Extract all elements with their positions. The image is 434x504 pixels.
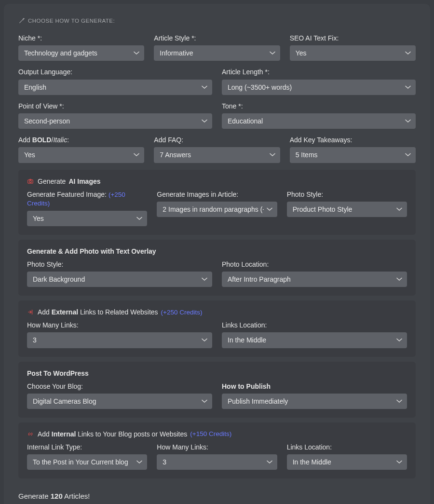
faq-select[interactable]: 7 Answers: [154, 147, 280, 163]
output-language-select[interactable]: English: [18, 80, 212, 95]
choose-blog-select[interactable]: Digital Cameras Blog: [27, 394, 212, 409]
internal-location-select[interactable]: In the Middle: [287, 454, 407, 470]
bold-italic-label: Add BOLD/Italic:: [18, 136, 144, 144]
seo-fix-select[interactable]: Yes: [290, 45, 416, 61]
featured-image-select[interactable]: Yes: [27, 211, 147, 226]
ai-photo-style-label: Photo Style:: [287, 190, 407, 199]
link-icon: [27, 431, 34, 437]
seo-fix-label: SEO AI Text Fix:: [290, 34, 416, 42]
camera-icon: [27, 178, 34, 185]
bold-italic-select[interactable]: Yes: [18, 147, 144, 163]
section-heading: CHOOSE HOW TO GENERATE:: [18, 17, 416, 24]
overlay-location-label: Photo Location:: [222, 260, 407, 269]
internal-links-heading: Add Internal Links to Your Blog posts or…: [27, 430, 407, 438]
ai-photo-style-select[interactable]: Product Photo Style: [287, 202, 407, 217]
internal-how-many-select[interactable]: 3: [157, 454, 277, 470]
external-links-subpanel: Add External Links to Related Websites (…: [18, 300, 416, 356]
internal-how-many-label: How Many Links:: [157, 443, 277, 451]
external-location-select[interactable]: In the Middle: [222, 332, 407, 348]
key-takeaways-label: Add Key Takeaways:: [290, 136, 416, 144]
how-to-publish-select[interactable]: Publish Immediately: [222, 394, 407, 409]
wordpress-heading: Post To WordPress: [27, 369, 407, 377]
row-niche-style-seo: Niche *: Technology and gadgets Article …: [18, 34, 416, 61]
generator-panel: CHOOSE HOW TO GENERATE: Niche *: Technol…: [4, 4, 430, 504]
external-links-credits: (+250 Credits): [161, 309, 203, 316]
external-how-many-select[interactable]: 3: [27, 332, 212, 348]
svg-point-1: [29, 180, 31, 182]
internal-location-label: Links Location:: [287, 443, 407, 451]
wordpress-subpanel: Post To WordPress Choose Your Blog: Digi…: [18, 362, 416, 418]
overlay-location-select[interactable]: After Intro Paragraph: [222, 272, 407, 287]
ai-images-heading: Generate AI Images: [27, 177, 407, 185]
tone-select[interactable]: Educational: [222, 113, 416, 129]
faq-label: Add FAQ:: [154, 136, 280, 144]
text-overlay-subpanel: Generate & Add Photo with Text Overlay P…: [18, 240, 416, 296]
external-links-heading: Add External Links to Related Websites (…: [27, 308, 407, 316]
row-pov-tone: Point of View *: Second-person Tone *: E…: [18, 102, 416, 129]
ai-images-subpanel: Generate AI Images Generate Featured Ima…: [18, 170, 416, 235]
overlay-photo-style-label: Photo Style:: [27, 260, 212, 269]
external-how-many-label: How Many Links:: [27, 321, 212, 329]
row-bold-faq-takeaways: Add BOLD/Italic: Yes Add FAQ: 7 Answers …: [18, 136, 416, 163]
key-takeaways-select[interactable]: 5 Items: [290, 147, 416, 163]
internal-links-credits: (+150 Credits): [190, 430, 231, 437]
tone-label: Tone *:: [222, 102, 416, 110]
internal-link-type-label: Internal Link Type:: [27, 443, 147, 451]
external-link-icon: [27, 309, 34, 315]
how-to-publish-label: How to Publish: [222, 382, 407, 391]
row-lang-length: Output Language: English Article Length …: [18, 68, 416, 95]
pov-label: Point of View *:: [18, 102, 212, 110]
article-length-select[interactable]: Long (~3500+ words): [222, 80, 416, 95]
choose-blog-label: Choose Your Blog:: [27, 382, 212, 391]
overlay-photo-style-select[interactable]: Dark Background: [27, 272, 212, 287]
output-language-label: Output Language:: [18, 68, 212, 76]
featured-image-label: Generate Featured Image: (+250 Credits): [27, 190, 147, 208]
niche-select[interactable]: Technology and gadgets: [18, 45, 144, 61]
magic-wand-icon: [18, 17, 25, 24]
niche-label: Niche *:: [18, 34, 144, 42]
summary-block: Generate 120 Articles! START GENERATION …: [18, 492, 416, 504]
article-style-select[interactable]: Informative: [154, 45, 280, 61]
external-location-label: Links Location:: [222, 321, 407, 329]
internal-links-subpanel: Add Internal Links to Your Blog posts or…: [18, 422, 416, 478]
article-length-label: Article Length *:: [222, 68, 416, 76]
section-heading-text: CHOOSE HOW TO GENERATE:: [28, 18, 115, 24]
text-overlay-heading: Generate & Add Photo with Text Overlay: [27, 247, 407, 255]
generate-count-line: Generate 120 Articles!: [18, 492, 416, 500]
article-style-label: Article Style *:: [154, 34, 280, 42]
images-in-article-select[interactable]: 2 Images in random paragraphs (+500: [157, 202, 277, 217]
pov-select[interactable]: Second-person: [18, 113, 212, 129]
images-in-article-label: Generate Images in Article:: [157, 190, 277, 199]
internal-link-type-select[interactable]: To the Post in Your Current blog: [27, 454, 147, 470]
